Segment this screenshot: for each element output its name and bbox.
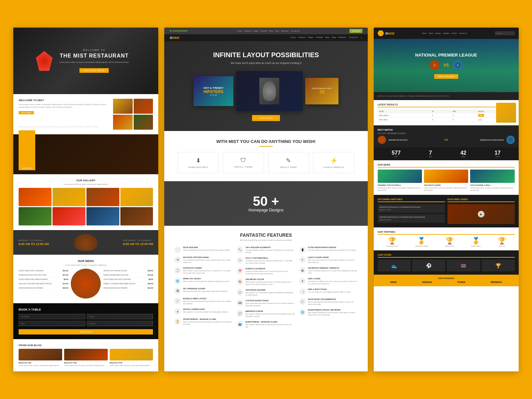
upcoming-match-1: REDINGTON EAGLES VS REDINGTON EAGLES Mar… [378, 204, 445, 213]
forms-icon: 📋 [174, 267, 181, 274]
trophy-icon-5: 🏆 [498, 237, 506, 245]
gallery-item-2[interactable] [53, 188, 85, 206]
email-input[interactable] [87, 314, 153, 319]
seconds-number: 17 [495, 150, 501, 156]
gallery-item-1[interactable] [19, 188, 52, 206]
bbpress-icon: 💬 [237, 310, 243, 317]
news-image-3 [470, 170, 514, 183]
feature-item: 📱 ULTRA RESPONSIVE DESIGN All of the ele… [299, 246, 358, 253]
steps-grid: ⬇ DOWNLOAD MIST 🛡 INSTALL THEME ✎ SELECT… [178, 152, 354, 173]
awesome-desc: Lorem ipsum dolor sit amet, consectetur … [19, 126, 99, 128]
burger-decoration [74, 234, 97, 251]
menu-item: SWEET CHICKEN AND HERB SAUCE $16.00 [103, 282, 153, 286]
buddypress2-icon: 🌐 [299, 309, 306, 316]
feature-item: 📰 ADVANCED HEADER Mist includes 22+ mult… [237, 289, 295, 296]
store-items: 👟 ⚽ 🥅 🏆 [378, 260, 515, 271]
sponsors-title: OUR SPONSORS [378, 277, 515, 279]
gallery-item-8[interactable] [120, 207, 153, 225]
store-item-3[interactable]: 🥅 [447, 260, 480, 271]
features-title: FANTASTIC FEATURES [174, 232, 357, 238]
features-column-1: 📄 PAGE BUILDER Take your Website to the … [174, 246, 233, 332]
menu-food-image [71, 269, 101, 299]
read-more-link[interactable]: READ MORE [19, 111, 34, 114]
team2-badge: B [453, 60, 463, 70]
upcoming-matches-column: UPCOMING MATCHES REDINGTON EAGLES VS RED… [378, 198, 445, 224]
hero-title: THE MiSt RESTAURANT [59, 53, 129, 59]
gallery-title: OUR GALLERY [19, 179, 153, 182]
table-header-row: TEAM ST WIN MATCH [378, 109, 515, 113]
store-item-1[interactable]: 👟 [378, 260, 411, 271]
step-download: ⬇ DOWNLOAD MIST [178, 152, 219, 173]
news-item-1: TRAINING FOR FOOTBALL Lorem ipsum dolor … [378, 170, 422, 192]
mist-hero-subtitle: We hope you'll enjoy Mist as much as we … [178, 62, 354, 65]
mist-nav-bar: ⊙mist Home Features Pages Portfolio Blog… [164, 34, 367, 41]
fullname-input[interactable] [19, 314, 85, 319]
menu-item: DR ROASTED DUCK PRANS $22.00 [19, 286, 68, 290]
gallery-item-3[interactable] [86, 188, 119, 206]
menu-section: OUR MENU Lorem ipsum dolor sit amet, con… [13, 255, 158, 303]
feature-item: 🎨 UNLIMITED COLOR Mist includes a backen… [237, 278, 295, 286]
view-demo-button[interactable]: VIEW DEMO [252, 115, 280, 121]
store-title: OUR STORE [378, 254, 515, 258]
book-button[interactable]: BOOK NOW [19, 329, 153, 334]
store-item-4[interactable]: 🏆 [482, 260, 515, 271]
gallery-item-6[interactable] [53, 207, 85, 225]
blog-item: Blog Post Title Lorem ipsum dolor sit am… [64, 349, 108, 367]
sponsors-section: OUR SPONSORS NIKE ADIDAS PUMA REEBOK [374, 275, 519, 286]
mist-main-nav: Home Features Pages Portfolio Blog Shop … [291, 36, 362, 39]
match-venue: FACTORY / BRISBANE STADIUM [378, 132, 515, 134]
main-container: WELCOME TO THE MiSt RESTAURANT Lorem ips… [13, 28, 519, 371]
sponsor-1: NIKE [390, 281, 397, 284]
builder-elements-icon: 🔧 [237, 246, 243, 253]
play-button-icon[interactable]: ▶ [478, 211, 484, 217]
persons-input[interactable] [87, 321, 153, 326]
book-title: BOOK A TABLE [19, 308, 153, 311]
discover-button[interactable]: DISCOVER MORE [79, 68, 109, 73]
days-number: 577 [392, 150, 401, 156]
menu-item: GRILLED CHICKEN AND BEAR SAUCE $14.00 [19, 282, 68, 286]
menu-title: OUR MENU [19, 259, 153, 263]
search-icon[interactable]: ⌕ [361, 36, 362, 39]
watch-live-button[interactable]: WATCH LIVE NOW [434, 74, 458, 79]
shop-icon: 🛒 [299, 298, 306, 305]
envato-links: Home Features Pages Portfolio Blog Shop … [237, 30, 300, 32]
options-icon: ⚙ [174, 256, 181, 263]
feature-item: 📋 FANTASTIC FORMS Mist includes Custom B… [174, 267, 233, 274]
mist-hero-slides: HOT & TRENDY HiPsters STYLES GENTLEMAN &… [178, 71, 354, 111]
fifty-section: 50 + Homepage Designs [164, 181, 367, 226]
sports-hero: NATIONAL PREMIER LEAGUE A VS B WATCH LIV… [374, 39, 519, 92]
gallery-item-4[interactable] [120, 188, 153, 206]
multipage-icon: 📑 [299, 288, 306, 295]
gallery-item-7[interactable] [86, 207, 119, 225]
store-item-2[interactable]: ⚽ [412, 260, 445, 271]
featured-video[interactable]: ▶ [448, 204, 515, 224]
mist-desc-bar: MIST IS A CLEAN AND POWERFUL THEME FOR W… [374, 92, 519, 100]
buy-now-button[interactable]: Buy Now [349, 29, 362, 33]
fifty-label: Homepage Designs [178, 208, 354, 212]
sports-header: ⊙mist Home Teams Players Statistics Even… [374, 28, 519, 39]
feature-item: 📄 PAGE BUILDER Take your Website to the … [174, 246, 233, 253]
featured-video-column: FEATURED VIDEO ▶ [448, 198, 515, 224]
next-match-teams: REDINGTON EAGLES VS REDINGTON KANGAROOS [378, 136, 515, 144]
sports-hero-title: NATIONAL PREMIER LEAGUE [415, 53, 477, 58]
envato-bar: ⊕ envatomarket Home Features Pages Portf… [164, 28, 367, 34]
header-icon: 📰 [237, 289, 243, 296]
table-row: Team Beta 5 3 Lost [378, 118, 515, 122]
sportspress-icon: 🏆 [174, 318, 181, 325]
feature-item: ★ 2000+ ICONS It includes four different… [299, 278, 358, 285]
blog-image-2 [64, 349, 108, 360]
team1-logo [378, 136, 386, 144]
boxed-icon: ⬜ [174, 298, 181, 304]
sponsor-4: REEBOK [491, 281, 502, 284]
news-image-2 [424, 170, 468, 183]
sports-search-input[interactable] [495, 31, 515, 35]
date-input[interactable] [19, 321, 85, 326]
book-section: BOOK A TABLE BOOK NOW [13, 303, 158, 339]
vs-section: A VS B [415, 60, 477, 70]
awesome-btn[interactable]: READ MORE [19, 130, 35, 170]
results-table: TEAM ST WIN MATCH Team Alpha 3 2 Won Tea… [378, 109, 515, 122]
gallery-item-5[interactable] [19, 207, 52, 225]
sports-logo-text: ⊙mist [385, 32, 395, 35]
step-select: ✎ SELECT DEMO [268, 152, 309, 173]
featured-video-title: FEATURED VIDEO [448, 198, 515, 202]
